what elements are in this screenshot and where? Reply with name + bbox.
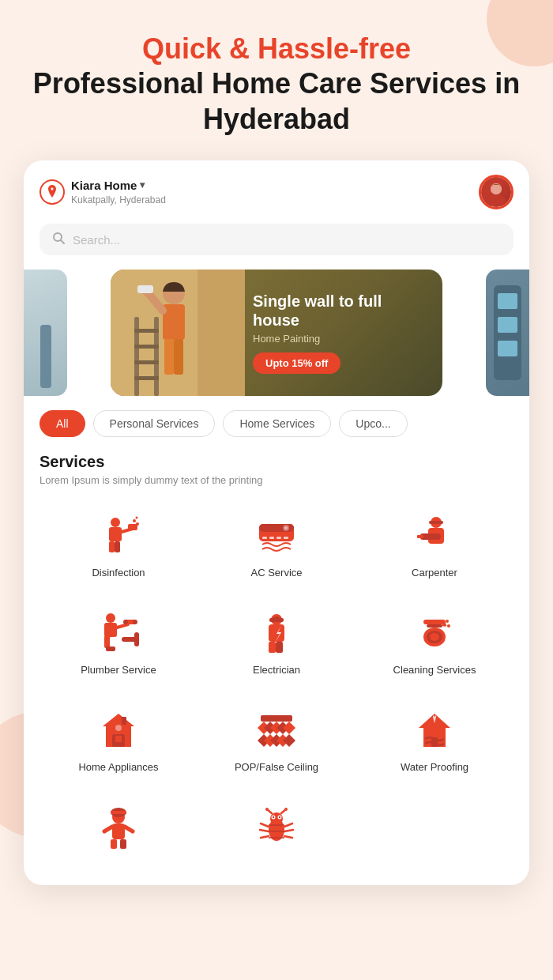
search-input[interactable]: Search...: [73, 233, 120, 247]
top-bar: Kiara Home ▾ Kukatpally, Hyderabad: [24, 160, 529, 217]
banner-text: Single wall to full house Home Painting …: [245, 279, 442, 386]
tab-all[interactable]: All: [40, 410, 85, 437]
service-label-pop-ceiling: POP/False Ceiling: [235, 761, 318, 775]
section-title: Services: [40, 453, 514, 471]
svg-rect-49: [104, 623, 117, 637]
banner-left-peek: [24, 270, 67, 396]
service-item-cleaning[interactable]: ✦ Cleaning Services: [356, 599, 514, 688]
svg-point-97: [270, 812, 283, 825]
svg-rect-57: [134, 632, 139, 646]
svg-line-52: [117, 624, 128, 628]
service-item-water-proofing[interactable]: Water Proofing: [356, 696, 514, 786]
svg-rect-64: [427, 624, 442, 628]
svg-rect-60: [269, 624, 284, 642]
svg-rect-27: [109, 541, 115, 552]
service-label-home-appliances: Home Appliances: [78, 761, 158, 775]
svg-line-109: [284, 824, 292, 827]
tab-personal-services[interactable]: Personal Services: [93, 410, 216, 437]
service-item-extra1[interactable]: [40, 793, 198, 869]
svg-rect-23: [498, 317, 517, 333]
service-item-ac[interactable]: AC Service: [198, 502, 356, 591]
service-item-extra2[interactable]: [198, 793, 356, 869]
svg-rect-61: [269, 642, 276, 653]
banner-cta[interactable]: Upto 15% off: [253, 352, 340, 374]
service-item-disinfection[interactable]: Disinfection: [40, 502, 198, 591]
svg-point-41: [284, 526, 288, 530]
svg-rect-59: [269, 618, 284, 622]
tab-upcoming[interactable]: Upco...: [339, 410, 407, 437]
svg-rect-36: [262, 537, 267, 539]
tab-home-services[interactable]: Home Services: [223, 410, 331, 437]
svg-rect-90: [111, 811, 126, 814]
service-label-disinfection: Disinfection: [92, 567, 145, 580]
search-icon: [52, 232, 65, 247]
service-item-electrician[interactable]: Electrician: [198, 599, 356, 688]
search-bar[interactable]: Search...: [40, 224, 514, 255]
service-item-pop-ceiling[interactable]: POP/False Ceiling: [198, 696, 356, 786]
svg-rect-22: [498, 293, 517, 309]
svg-rect-19: [134, 360, 159, 364]
banner-subtitle: Home Painting: [253, 333, 427, 345]
extra2-icon: [253, 805, 300, 852]
location-sub: Kukatpally, Hyderabad: [71, 194, 166, 205]
banner-title: Single wall to full house: [253, 292, 427, 330]
svg-line-107: [260, 830, 269, 831]
banner-main[interactable]: Single wall to full house Home Painting …: [111, 270, 442, 396]
waterproof-icon: [411, 707, 458, 755]
ac-icon: [253, 513, 300, 560]
svg-line-92: [104, 827, 112, 831]
svg-point-104: [265, 808, 269, 811]
svg-rect-87: [431, 737, 438, 747]
svg-rect-37: [269, 537, 274, 539]
svg-point-48: [106, 613, 115, 623]
svg-rect-5: [40, 325, 51, 388]
svg-rect-28: [115, 541, 120, 552]
service-label-water-proofing: Water Proofing: [401, 761, 468, 775]
service-item-empty: [356, 793, 514, 869]
avatar-image: [481, 177, 511, 207]
service-item-home-appliances[interactable]: Home Appliances: [40, 696, 198, 786]
service-item-plumber[interactable]: Plumber Service: [40, 599, 198, 688]
svg-rect-51: [106, 646, 115, 651]
services-section: Services Lorem Ipsum is simply dummy tex…: [24, 437, 529, 869]
service-label-carpenter: Carpenter: [412, 567, 457, 580]
svg-rect-10: [164, 339, 174, 375]
svg-rect-30: [128, 524, 137, 530]
service-label-plumber: Plumber Service: [81, 664, 156, 677]
banner-person-illustration: [111, 270, 245, 396]
svg-point-55: [133, 620, 137, 624]
svg-text:✦: ✦: [442, 622, 448, 629]
svg-point-67: [430, 633, 439, 641]
svg-rect-38: [276, 537, 281, 539]
avatar[interactable]: [479, 175, 514, 209]
svg-line-111: [284, 836, 292, 838]
svg-rect-26: [109, 527, 122, 541]
svg-point-100: [273, 816, 274, 818]
cleaning-icon: ✦: [411, 610, 458, 658]
svg-point-33: [136, 517, 138, 519]
hero-title: Quick & Hassle-free Professional Home Ca…: [24, 32, 529, 137]
service-label-electrician: Electrician: [253, 664, 300, 677]
svg-rect-94: [111, 839, 117, 849]
svg-rect-39: [284, 537, 288, 539]
hero-accent: Quick & Hassle-free: [24, 32, 529, 66]
svg-rect-24: [498, 341, 517, 356]
svg-point-75: [115, 725, 122, 731]
location-name: Kiara Home ▾: [71, 179, 166, 192]
ceiling-icon: [253, 707, 300, 755]
svg-point-105: [284, 808, 288, 811]
banner-right-peek: [486, 270, 529, 396]
chevron-down-icon: ▾: [140, 179, 145, 190]
location-selector[interactable]: Kiara Home ▾ Kukatpally, Hyderabad: [40, 179, 166, 206]
home-appliances-icon: [95, 707, 142, 755]
electrician-icon: [253, 610, 300, 658]
disinfection-icon: [95, 513, 142, 560]
svg-rect-62: [276, 642, 283, 653]
svg-rect-47: [429, 521, 443, 524]
service-item-carpenter[interactable]: Carpenter: [356, 502, 514, 591]
svg-rect-18: [134, 345, 159, 349]
svg-point-54: [123, 620, 128, 624]
location-text: Kiara Home ▾ Kukatpally, Hyderabad: [71, 179, 166, 206]
svg-point-1: [487, 194, 506, 206]
svg-line-108: [261, 836, 269, 838]
